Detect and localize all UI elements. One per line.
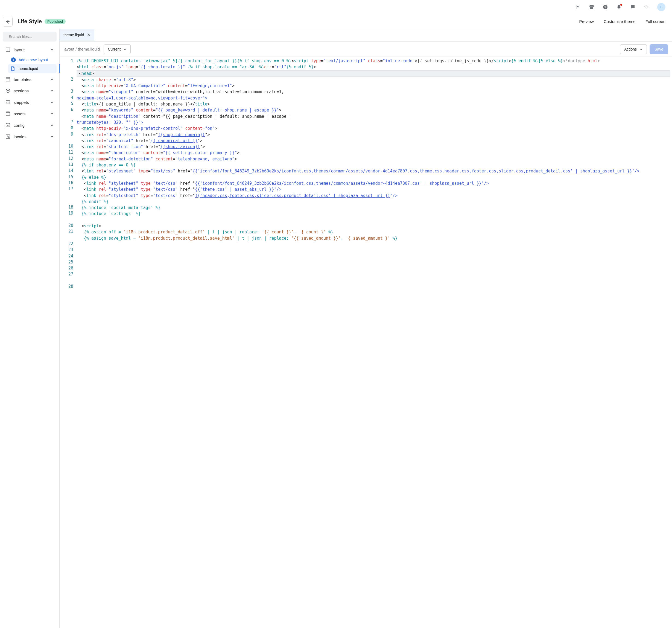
sidebar: layout + Add a new layout theme.liquid t… bbox=[0, 29, 59, 628]
file-icon bbox=[11, 67, 15, 71]
chevron-down-icon bbox=[50, 100, 54, 104]
svg-rect-6 bbox=[6, 112, 10, 115]
sidebar-item-sections[interactable]: sections bbox=[3, 85, 56, 96]
chevron-down-icon bbox=[50, 77, 54, 81]
file-theme-liquid[interactable]: theme.liquid bbox=[8, 64, 56, 73]
sidebar-item-assets[interactable]: assets bbox=[3, 108, 56, 119]
editor-toolbar: layout / theme.liquid Current Actions Sa… bbox=[59, 42, 672, 57]
help-icon[interactable]: ? bbox=[603, 4, 608, 10]
sidebar-item-locales[interactable]: locales bbox=[3, 131, 56, 142]
breadcrumb: layout / theme.liquid bbox=[64, 47, 100, 51]
svg-rect-8 bbox=[6, 135, 10, 139]
status-badge: Published bbox=[45, 19, 66, 24]
svg-text:?: ? bbox=[604, 5, 606, 9]
top-icons-bar: ? L bbox=[0, 0, 672, 14]
code-editor[interactable]: 1234567891011121314151617181920212223242… bbox=[59, 57, 672, 628]
chevron-down-icon bbox=[50, 112, 54, 116]
config-icon bbox=[5, 123, 10, 128]
page-header: Life Style Published Preview Customize t… bbox=[0, 14, 672, 29]
avatar[interactable]: L bbox=[657, 3, 666, 11]
code-body[interactable]: {% if REQUEST_URI contains "view=ajax" %… bbox=[76, 57, 672, 628]
assets-icon bbox=[5, 111, 10, 116]
fullscreen-link[interactable]: Full screen bbox=[646, 19, 666, 24]
sidebar-item-snippets[interactable]: snippets bbox=[3, 97, 56, 108]
save-button[interactable]: Save bbox=[650, 44, 668, 54]
wifi-icon[interactable] bbox=[644, 4, 649, 10]
version-select[interactable]: Current bbox=[104, 44, 131, 54]
chevron-down-icon bbox=[50, 123, 54, 127]
back-button[interactable] bbox=[3, 17, 13, 26]
page-title: Life Style bbox=[18, 18, 42, 25]
chevron-up-icon bbox=[50, 48, 54, 52]
sidebar-item-templates[interactable]: templates bbox=[3, 74, 56, 85]
preview-link[interactable]: Preview bbox=[579, 19, 594, 24]
add-layout-button[interactable]: + Add a new layout bbox=[8, 56, 56, 64]
chevron-down-icon bbox=[640, 48, 643, 51]
svg-rect-3 bbox=[6, 48, 10, 52]
store-icon[interactable] bbox=[589, 4, 594, 10]
sections-icon bbox=[5, 88, 10, 93]
svg-rect-4 bbox=[6, 77, 10, 81]
editor-area: theme.liquid ✕ layout / theme.liquid Cur… bbox=[59, 29, 672, 628]
sidebar-item-config[interactable]: config bbox=[3, 120, 56, 131]
tab-close-icon[interactable]: ✕ bbox=[87, 32, 91, 37]
chevron-down-icon bbox=[50, 135, 54, 139]
plus-icon: + bbox=[11, 57, 16, 62]
templates-icon bbox=[5, 77, 10, 82]
chevron-down-icon bbox=[50, 89, 54, 93]
layout-icon bbox=[5, 47, 10, 52]
sidebar-item-layout[interactable]: layout bbox=[3, 44, 56, 55]
customize-link[interactable]: Customize theme bbox=[604, 19, 635, 24]
locales-icon bbox=[5, 134, 10, 139]
search-input[interactable] bbox=[9, 34, 56, 39]
search-box[interactable] bbox=[3, 32, 56, 42]
tabs-bar: theme.liquid ✕ bbox=[59, 29, 672, 42]
flag-icon[interactable] bbox=[575, 4, 581, 10]
tab-theme-liquid[interactable]: theme.liquid ✕ bbox=[59, 29, 94, 41]
snippets-icon bbox=[5, 100, 10, 105]
line-gutter: 1234567891011121314151617181920212223242… bbox=[59, 57, 76, 628]
actions-select[interactable]: Actions bbox=[620, 44, 647, 54]
bell-icon[interactable] bbox=[616, 4, 622, 10]
chevron-down-icon bbox=[123, 48, 126, 51]
chat-icon[interactable] bbox=[630, 4, 635, 10]
